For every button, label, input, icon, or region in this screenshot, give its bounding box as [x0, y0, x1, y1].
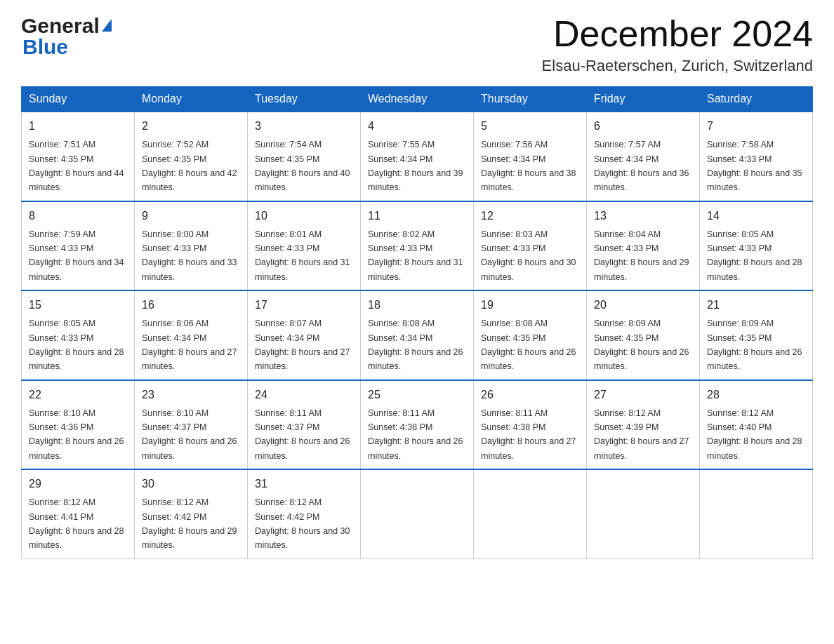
week-row-3: 15 Sunrise: 8:05 AMSunset: 4:33 PMDaylig…: [22, 290, 813, 380]
month-title: December 2024: [542, 14, 813, 54]
day-number: 8: [29, 208, 127, 224]
day-number: 1: [29, 118, 127, 135]
day-number: 30: [142, 476, 240, 492]
table-cell: 17 Sunrise: 8:07 AMSunset: 4:34 PMDaylig…: [248, 290, 361, 380]
day-number: 26: [481, 387, 579, 403]
day-info: Sunrise: 7:59 AMSunset: 4:33 PMDaylight:…: [29, 229, 124, 282]
header-sunday: Sunday: [22, 87, 135, 112]
day-info: Sunrise: 8:05 AMSunset: 4:33 PMDaylight:…: [707, 229, 802, 282]
table-cell: 28 Sunrise: 8:12 AMSunset: 4:40 PMDaylig…: [700, 380, 813, 470]
table-cell: 18 Sunrise: 8:08 AMSunset: 4:34 PMDaylig…: [361, 290, 474, 380]
day-info: Sunrise: 7:55 AMSunset: 4:34 PMDaylight:…: [368, 140, 463, 192]
table-cell: [587, 469, 700, 558]
table-cell: 10 Sunrise: 8:01 AMSunset: 4:33 PMDaylig…: [248, 201, 361, 291]
calendar-table: Sunday Monday Tuesday Wednesday Thursday…: [21, 86, 813, 559]
day-info: Sunrise: 8:04 AMSunset: 4:33 PMDaylight:…: [594, 229, 689, 282]
header-thursday: Thursday: [474, 87, 587, 112]
table-cell: 5 Sunrise: 7:56 AMSunset: 4:34 PMDayligh…: [474, 112, 587, 201]
day-info: Sunrise: 8:12 AMSunset: 4:42 PMDaylight:…: [142, 497, 237, 550]
table-cell: 21 Sunrise: 8:09 AMSunset: 4:35 PMDaylig…: [700, 290, 813, 380]
table-cell: 16 Sunrise: 8:06 AMSunset: 4:34 PMDaylig…: [135, 290, 248, 380]
header-friday: Friday: [587, 87, 700, 112]
day-number: 12: [481, 208, 579, 224]
day-info: Sunrise: 8:01 AMSunset: 4:33 PMDaylight:…: [255, 229, 350, 282]
table-cell: 23 Sunrise: 8:10 AMSunset: 4:37 PMDaylig…: [135, 380, 248, 470]
day-number: 25: [368, 387, 466, 403]
header-tuesday: Tuesday: [248, 87, 361, 112]
day-number: 2: [142, 118, 240, 135]
day-info: Sunrise: 8:12 AMSunset: 4:39 PMDaylight:…: [594, 408, 689, 461]
table-cell: 26 Sunrise: 8:11 AMSunset: 4:38 PMDaylig…: [474, 380, 587, 470]
day-number: 16: [142, 297, 240, 314]
day-number: 3: [255, 118, 353, 135]
table-cell: 15 Sunrise: 8:05 AMSunset: 4:33 PMDaylig…: [22, 290, 135, 380]
day-number: 9: [142, 208, 240, 224]
day-number: 19: [481, 297, 579, 314]
table-cell: 13 Sunrise: 8:04 AMSunset: 4:33 PMDaylig…: [587, 201, 700, 291]
day-number: 14: [707, 208, 805, 224]
day-number: 6: [594, 118, 692, 135]
page-header: General Blue December 2024 Elsau-Raeters…: [21, 14, 813, 75]
day-info: Sunrise: 8:09 AMSunset: 4:35 PMDaylight:…: [707, 318, 802, 371]
table-cell: [361, 469, 474, 558]
table-cell: 9 Sunrise: 8:00 AMSunset: 4:33 PMDayligh…: [135, 201, 248, 291]
day-info: Sunrise: 8:00 AMSunset: 4:33 PMDaylight:…: [142, 229, 237, 282]
week-row-2: 8 Sunrise: 7:59 AMSunset: 4:33 PMDayligh…: [22, 201, 813, 291]
table-cell: 27 Sunrise: 8:12 AMSunset: 4:39 PMDaylig…: [587, 380, 700, 470]
day-number: 7: [707, 118, 805, 135]
table-cell: 22 Sunrise: 8:10 AMSunset: 4:36 PMDaylig…: [22, 380, 135, 470]
table-cell: 25 Sunrise: 8:11 AMSunset: 4:38 PMDaylig…: [361, 380, 474, 470]
day-info: Sunrise: 8:11 AMSunset: 4:37 PMDaylight:…: [255, 408, 350, 461]
day-number: 29: [29, 476, 127, 492]
day-info: Sunrise: 8:12 AMSunset: 4:42 PMDaylight:…: [255, 497, 350, 550]
day-info: Sunrise: 8:02 AMSunset: 4:33 PMDaylight:…: [368, 229, 463, 282]
table-cell: 11 Sunrise: 8:02 AMSunset: 4:33 PMDaylig…: [361, 201, 474, 291]
day-info: Sunrise: 8:11 AMSunset: 4:38 PMDaylight:…: [481, 408, 576, 461]
day-number: 28: [707, 387, 805, 403]
table-cell: 8 Sunrise: 7:59 AMSunset: 4:33 PMDayligh…: [22, 201, 135, 291]
day-info: Sunrise: 8:03 AMSunset: 4:33 PMDaylight:…: [481, 229, 576, 282]
table-cell: 12 Sunrise: 8:03 AMSunset: 4:33 PMDaylig…: [474, 201, 587, 291]
day-info: Sunrise: 7:56 AMSunset: 4:34 PMDaylight:…: [481, 140, 576, 192]
day-number: 13: [594, 208, 692, 224]
day-info: Sunrise: 8:06 AMSunset: 4:34 PMDaylight:…: [142, 318, 237, 371]
table-cell: 3 Sunrise: 7:54 AMSunset: 4:35 PMDayligh…: [248, 112, 361, 201]
day-number: 23: [142, 387, 240, 403]
day-info: Sunrise: 7:57 AMSunset: 4:34 PMDaylight:…: [594, 140, 689, 192]
day-info: Sunrise: 8:05 AMSunset: 4:33 PMDaylight:…: [29, 318, 124, 371]
week-row-1: 1 Sunrise: 7:51 AMSunset: 4:35 PMDayligh…: [22, 112, 813, 201]
table-cell: 1 Sunrise: 7:51 AMSunset: 4:35 PMDayligh…: [22, 112, 135, 201]
day-number: 21: [707, 297, 805, 314]
location-title: Elsau-Raeterschen, Zurich, Switzerland: [542, 57, 813, 75]
day-number: 15: [29, 297, 127, 314]
table-cell: [474, 469, 587, 558]
day-info: Sunrise: 8:07 AMSunset: 4:34 PMDaylight:…: [255, 318, 350, 371]
logo-general-text: General: [21, 14, 100, 38]
day-number: 31: [255, 476, 353, 492]
table-cell: 14 Sunrise: 8:05 AMSunset: 4:33 PMDaylig…: [700, 201, 813, 291]
day-number: 11: [368, 208, 466, 224]
day-info: Sunrise: 8:10 AMSunset: 4:37 PMDaylight:…: [142, 408, 237, 461]
logo-line1: General: [21, 14, 112, 38]
day-info: Sunrise: 8:08 AMSunset: 4:35 PMDaylight:…: [481, 318, 576, 371]
day-info: Sunrise: 7:52 AMSunset: 4:35 PMDaylight:…: [142, 140, 237, 192]
logo: General Blue: [21, 14, 112, 59]
day-info: Sunrise: 8:10 AMSunset: 4:36 PMDaylight:…: [29, 408, 124, 461]
day-info: Sunrise: 8:12 AMSunset: 4:40 PMDaylight:…: [707, 408, 802, 461]
table-cell: 31 Sunrise: 8:12 AMSunset: 4:42 PMDaylig…: [248, 469, 361, 558]
day-info: Sunrise: 8:09 AMSunset: 4:35 PMDaylight:…: [594, 318, 689, 371]
day-number: 18: [368, 297, 466, 314]
table-cell: 20 Sunrise: 8:09 AMSunset: 4:35 PMDaylig…: [587, 290, 700, 380]
day-number: 5: [481, 118, 579, 135]
day-info: Sunrise: 8:12 AMSunset: 4:41 PMDaylight:…: [29, 497, 124, 550]
logo-arrow-icon: [102, 19, 112, 32]
header-monday: Monday: [135, 87, 248, 112]
day-number: 10: [255, 208, 353, 224]
table-cell: 30 Sunrise: 8:12 AMSunset: 4:42 PMDaylig…: [135, 469, 248, 558]
week-row-5: 29 Sunrise: 8:12 AMSunset: 4:41 PMDaylig…: [22, 469, 813, 558]
day-number: 17: [255, 297, 353, 314]
title-area: December 2024 Elsau-Raeterschen, Zurich,…: [542, 14, 813, 75]
header-wednesday: Wednesday: [361, 87, 474, 112]
day-info: Sunrise: 7:54 AMSunset: 4:35 PMDaylight:…: [255, 140, 350, 192]
day-number: 22: [29, 387, 127, 403]
